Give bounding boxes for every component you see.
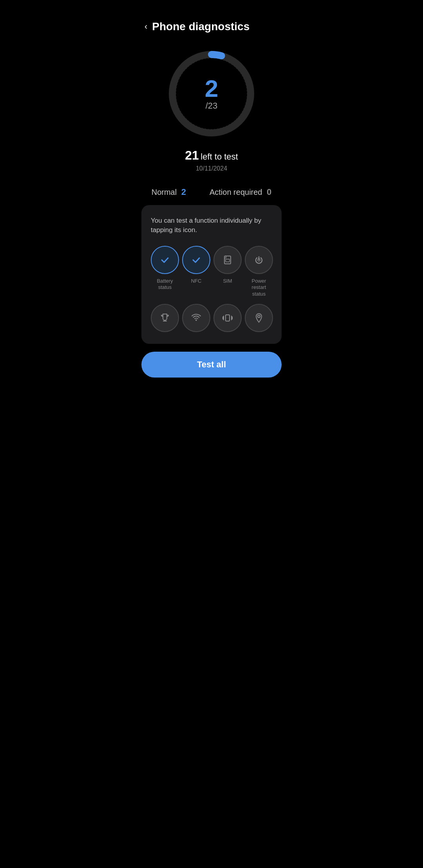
back-button[interactable]: ‹ <box>145 22 147 32</box>
left-count: 21 <box>185 148 199 162</box>
header: ‹ Phone diagnostics <box>135 0 288 41</box>
page-title: Phone diagnostics <box>152 20 249 33</box>
normal-count: 2 <box>181 187 186 197</box>
action-stat: Action required 0 <box>210 187 271 197</box>
current-count: 2 <box>205 76 218 101</box>
power-restart-icon[interactable] <box>245 246 273 274</box>
progress-donut: // Will be drawn via JS below 2 /23 <box>166 49 257 139</box>
power-restart-item[interactable]: Powerrestartstatus <box>245 246 273 298</box>
battery-status-icon[interactable] <box>151 246 179 274</box>
trophy-icon[interactable] <box>151 304 179 332</box>
action-count: 0 <box>267 187 271 197</box>
wifi-cast-icon[interactable] <box>182 304 210 332</box>
wifi-cast-item[interactable] <box>182 304 210 336</box>
trophy-item[interactable] <box>151 304 179 336</box>
vibration-item[interactable] <box>213 304 242 336</box>
sim-icon[interactable] <box>213 246 242 274</box>
function-card: You can test a function individually by … <box>141 205 282 344</box>
action-label: Action required <box>210 188 262 196</box>
card-hint: You can test a function individually by … <box>151 216 272 235</box>
left-to-test: 21 left to test <box>185 148 238 163</box>
svg-point-84 <box>258 315 260 318</box>
vibration-icon[interactable] <box>213 304 242 332</box>
svg-rect-79 <box>226 315 230 321</box>
normal-label: Normal <box>152 188 177 196</box>
icon-grid: Batterystatus NFC SIM <box>151 246 272 336</box>
stats-row: Normal 2 Action required 0 <box>135 187 288 197</box>
battery-status-item[interactable]: Batterystatus <box>151 246 179 298</box>
donut-center: 2 /23 <box>205 76 218 111</box>
sim-label: SIM <box>223 278 232 285</box>
nfc-label: NFC <box>191 278 202 285</box>
normal-stat: Normal 2 <box>152 187 186 197</box>
test-all-button[interactable]: Test all <box>141 352 282 378</box>
sim-item[interactable]: SIM <box>213 246 242 298</box>
battery-status-label: Batterystatus <box>157 278 173 291</box>
power-restart-label: Powerrestartstatus <box>252 278 266 298</box>
nfc-icon[interactable] <box>182 246 210 274</box>
left-label: left to test <box>201 152 238 162</box>
location-icon[interactable] <box>245 304 273 332</box>
nfc-item[interactable]: NFC <box>182 246 210 298</box>
test-date: 10/11/2024 <box>196 165 227 172</box>
location-item[interactable] <box>245 304 273 336</box>
svg-rect-75 <box>226 259 230 262</box>
chart-section: // Will be drawn via JS below 2 /23 21 l… <box>135 41 288 176</box>
total-count: /23 <box>205 101 218 111</box>
